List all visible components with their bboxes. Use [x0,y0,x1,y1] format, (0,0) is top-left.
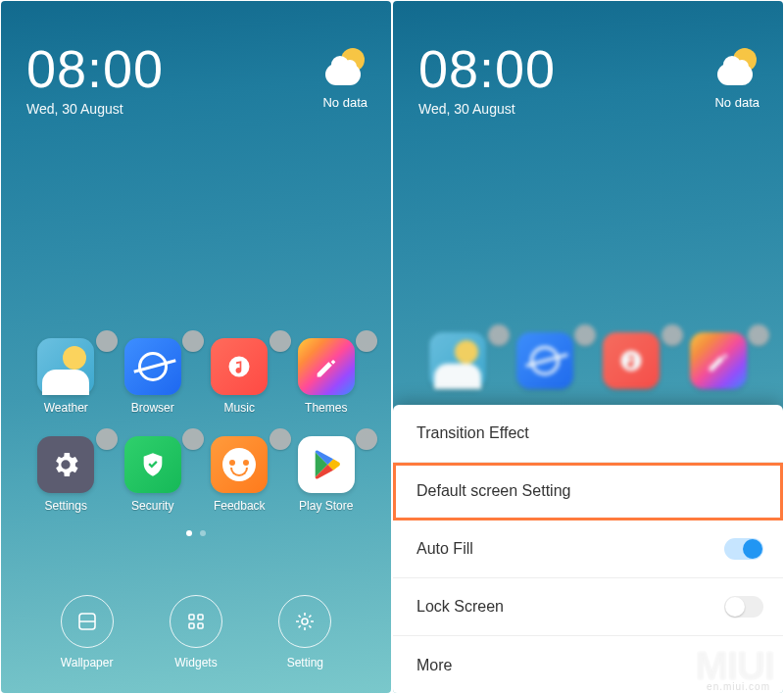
edit-actions-bar: Wallpaper Widgets Setting [1,595,391,669]
app-security[interactable]: Security [110,436,197,513]
miui-watermark-sub: en.miui.com [707,681,770,692]
clock-widget[interactable]: 08:00 Wed, 30 August [418,38,556,117]
clock-date: Wed, 30 August [418,101,556,117]
svg-rect-4 [198,623,203,628]
themes-icon [690,332,747,389]
music-icon [211,338,268,395]
sheet-row-transition-effect[interactable]: Transition Effect [393,405,783,463]
security-icon [124,436,181,493]
page-dot [200,530,206,536]
setting-icon [278,595,331,648]
app-music[interactable]: Music [196,338,283,415]
wallpaper-icon [61,595,114,648]
app-browser[interactable]: Browser [110,338,197,415]
page-indicator[interactable] [1,530,391,536]
clock-time: 08:00 [26,38,164,99]
sheet-row-auto-fill[interactable]: Auto Fill [393,520,783,578]
page-dot-active [186,530,192,536]
app-feedback[interactable]: Feedback [196,436,283,513]
svg-rect-1 [189,615,194,620]
widgets-icon [170,595,222,648]
weather-widget[interactable]: No data [322,46,368,110]
wallpaper-button[interactable]: Wallpaper [61,595,114,669]
widgets-button[interactable]: Widgets [170,595,222,669]
weather-icon [37,338,94,395]
weather-partly-cloudy-icon [715,46,759,89]
setting-button[interactable]: Setting [278,595,331,669]
weather-status: No data [714,95,760,110]
sheet-row-lock-screen[interactable]: Lock Screen [393,578,783,636]
app-settings[interactable]: Settings [23,436,110,513]
remove-badge-icon[interactable] [356,428,377,450]
clock-date: Wed, 30 August [26,101,164,117]
svg-point-5 [302,619,308,624]
playstore-icon [298,436,355,493]
themes-icon [298,338,355,395]
sheet-row-default-screen-setting[interactable]: Default screen Setting [393,463,783,520]
homescreen-edit-view: 08:00 Wed, 30 August No data Weather Bro… [1,1,391,693]
svg-rect-2 [198,615,203,620]
music-icon [603,332,660,389]
svg-rect-3 [189,623,194,628]
app-playstore[interactable]: Play Store [283,436,370,513]
clock-time: 08:00 [418,38,556,99]
browser-icon [516,332,573,389]
weather-widget[interactable]: No data [714,46,760,110]
browser-icon [124,338,181,395]
clock-widget[interactable]: 08:00 Wed, 30 August [26,38,164,117]
toggle-auto-fill[interactable] [724,538,763,560]
weather-icon [429,332,486,389]
homescreen-settings-sheet-view: 08:00 Wed, 30 August No data Transition … [393,1,783,693]
remove-badge-icon [748,324,769,346]
toggle-lock-screen[interactable] [724,596,763,618]
settings-icon [37,436,94,493]
app-grid-blurred [393,332,783,389]
app-themes[interactable]: Themes [283,338,370,415]
feedback-icon [211,436,268,493]
app-grid: Weather Browser Music Themes [1,338,391,513]
app-weather[interactable]: Weather [23,338,110,415]
weather-status: No data [322,95,368,110]
remove-badge-icon[interactable] [356,330,377,352]
weather-partly-cloudy-icon [323,46,367,89]
